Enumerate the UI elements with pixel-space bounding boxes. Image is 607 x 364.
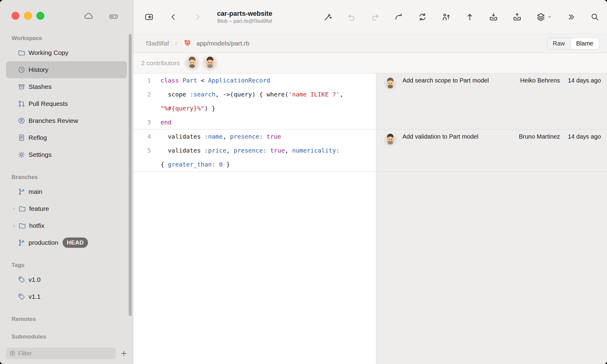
contributors-label: 2 contributors — [141, 59, 180, 67]
stash-button[interactable] — [489, 12, 498, 22]
push-icon — [465, 12, 475, 22]
sidebar-item-hotfix[interactable]: hotfix — [6, 217, 127, 234]
overflow-button[interactable] — [566, 12, 576, 22]
folder-icon — [18, 205, 26, 213]
reflog-icon — [18, 134, 25, 142]
fetch-button[interactable] — [394, 12, 404, 22]
branch-icon — [18, 239, 25, 247]
chevron-down-icon — [547, 14, 552, 20]
sidebar-item-label: hotfix — [29, 222, 44, 229]
code-text: { greater_than: 0 } — [161, 157, 230, 171]
sidebar-section-header-tags: Tags — [12, 261, 127, 269]
sidebar-item-main[interactable]: main — [6, 183, 127, 200]
sidebar-item-v1-0[interactable]: v1.0 — [6, 271, 127, 288]
pull-button[interactable] — [418, 12, 427, 22]
stash-icon — [489, 12, 498, 22]
code-line: "%#{query}%") } — [133, 101, 376, 115]
blame-button[interactable]: Blame — [570, 38, 599, 49]
commit-message: Add search scope to Part model — [402, 73, 515, 87]
sidebar-item-feature[interactable]: feature — [6, 200, 127, 217]
sidebar-item-label: Pull Requests — [29, 100, 68, 107]
raw-button[interactable]: Raw — [547, 38, 570, 49]
window-controls — [12, 12, 44, 20]
sidebar-scrollbar[interactable] — [129, 34, 132, 316]
overflow-icon — [566, 12, 576, 22]
history-icon — [18, 66, 25, 74]
checkout-button[interactable] — [441, 12, 451, 22]
blame-annotation[interactable]: Add search scope to Part modelHeiko Behr… — [376, 73, 607, 129]
code-line: 5 validates :price, presence: true, nume… — [133, 143, 376, 157]
contributors-bar: 2 contributors — [133, 53, 607, 73]
forward-button[interactable] — [193, 12, 202, 22]
redo-button[interactable] — [370, 12, 380, 22]
search-button[interactable] — [590, 12, 600, 22]
sidebar-item-v1-1[interactable]: v1.1 — [6, 288, 127, 305]
magic-wand-button[interactable] — [323, 12, 333, 22]
line-number: 3 — [133, 115, 151, 129]
branches-review-icon — [18, 117, 25, 125]
sidebar-item-working-copy[interactable]: Working Copy — [6, 44, 127, 61]
layers-button[interactable] — [536, 12, 552, 22]
sidebar-section-header-branches: Branches — [12, 174, 127, 181]
code-text: end — [161, 115, 171, 129]
code-line: 2 scope :search, ->(query) { where('name… — [133, 87, 376, 101]
filter-box — [6, 348, 116, 359]
sidebar-item-label: Reflog — [29, 134, 47, 141]
sidebar-section-header-remotes: Remotes — [12, 315, 127, 323]
sidebar-item-stashes[interactable]: Stashes — [6, 78, 127, 95]
drive-icon — [108, 11, 119, 21]
forward-icon — [193, 12, 202, 22]
blame-annotation[interactable]: Add validation to Part modelBruno Martin… — [376, 130, 607, 171]
sidebar-toggle-button[interactable] — [144, 12, 154, 22]
avatar-bruno — [203, 56, 217, 70]
sidebar-sections: WorkspaceWorking CopyHistoryStashesPull … — [0, 34, 133, 347]
cloud-button[interactable] — [83, 11, 94, 21]
sidebar-item-production[interactable]: productionHEAD — [6, 234, 127, 251]
sidebar-item-reflog[interactable]: Reflog — [6, 129, 127, 146]
breadcrumb-commit[interactable]: f3ad9faf — [146, 40, 169, 47]
redo-icon — [370, 12, 380, 22]
unstash-icon — [512, 12, 522, 22]
line-number — [133, 101, 151, 115]
chevron-right-icon — [12, 224, 16, 228]
chevron-right-icon — [12, 207, 16, 211]
sidebar-item-history[interactable]: History — [6, 61, 127, 78]
commit-author: Heiko Behrens — [520, 73, 560, 87]
sidebar-item-pull-requests[interactable]: Pull Requests — [6, 95, 127, 112]
layers-icon — [536, 12, 546, 22]
sidebar-filter-bar — [0, 347, 133, 364]
add-button[interactable] — [118, 348, 129, 359]
back-button[interactable] — [168, 12, 178, 22]
raw-blame-toggle: Raw Blame — [547, 38, 599, 49]
sidebar-item-label: feature — [29, 205, 49, 212]
minimize-window-button[interactable] — [24, 12, 32, 20]
push-button[interactable] — [465, 12, 475, 22]
sidebar-toggle-icon — [144, 12, 154, 22]
avatar-heiko — [384, 77, 397, 90]
tag-icon — [18, 276, 25, 284]
filter-icon — [9, 350, 16, 357]
blame-filler-cell — [376, 172, 607, 364]
contributors-avatars — [185, 56, 217, 70]
undo-icon — [347, 12, 356, 22]
line-number: 5 — [133, 143, 151, 157]
unstash-button[interactable] — [512, 12, 522, 22]
zoom-window-button[interactable] — [36, 12, 44, 20]
undo-button[interactable] — [347, 12, 356, 22]
breadcrumb-path: app/models/part.rb — [196, 40, 249, 47]
sidebar-item-branches-review[interactable]: Branches Review — [6, 112, 127, 129]
chevron-right-icon — [173, 41, 179, 46]
pull-icon — [418, 12, 427, 22]
head-badge: HEAD — [63, 238, 88, 248]
close-window-button[interactable] — [12, 12, 19, 20]
checkout-icon — [441, 12, 451, 22]
filter-input[interactable] — [18, 350, 113, 357]
sidebar-item-settings[interactable]: Settings — [6, 146, 127, 163]
code-line: 1class Part < ApplicationRecord — [133, 73, 376, 87]
local-repos-button[interactable] — [108, 11, 119, 21]
code-block: 4 validates :name, presence: true5 valid… — [133, 130, 376, 171]
code-text: validates :name, presence: true — [161, 130, 281, 143]
code-text: scope :search, ->(query) { where('name I… — [161, 87, 343, 101]
tag-icon — [18, 293, 25, 301]
sidebar-item-label: v1.0 — [29, 276, 41, 283]
